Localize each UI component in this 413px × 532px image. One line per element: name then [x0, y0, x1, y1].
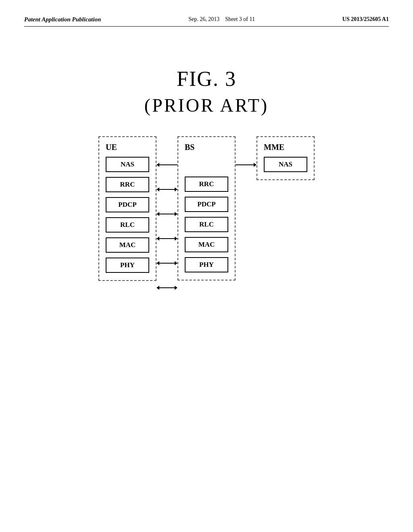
bs-rlc-row: RLC [185, 217, 228, 232]
bs-rlc-box: RLC [185, 217, 228, 232]
conn-mac-empty [236, 253, 257, 273]
conn-mac [156, 253, 177, 273]
bs-mac-row: MAC [185, 237, 228, 252]
mme-column: MME NAS [257, 136, 315, 180]
arrow-line [159, 164, 177, 165]
figure-title-block: FIG. 3 [24, 67, 389, 91]
pdcp-arrow [156, 212, 177, 216]
bs-mac-box: MAC [185, 237, 228, 252]
arrow-line [159, 287, 175, 288]
ue-mac-row: MAC [106, 237, 149, 253]
ue-column: UE NAS RRC PDCP RLC MAC PHY [98, 136, 156, 281]
ue-mac-box: MAC [106, 237, 149, 253]
arrow-right-head [175, 187, 177, 191]
arrow-left-head [156, 237, 159, 241]
figure-number: FIG. 3 [24, 67, 389, 91]
nas-long-arrow-left [156, 163, 177, 167]
rlc-arrow [156, 237, 177, 241]
phy-arrow [156, 286, 177, 290]
arrow-right-head [175, 212, 177, 216]
arrow-right-head [175, 286, 177, 290]
conn-nas-placeholder [156, 155, 177, 175]
ue-nas-row: NAS [106, 157, 149, 172]
conn-rrc [156, 179, 177, 199]
conn-phy-empty [236, 278, 257, 297]
protocol-diagram: UE NAS RRC PDCP RLC MAC PHY [24, 136, 389, 297]
ue-pdcp-row: PDCP [106, 197, 149, 212]
ue-rlc-box: RLC [106, 217, 149, 233]
arrow-right-head [175, 261, 177, 265]
mac-arrow [156, 261, 177, 265]
nas-mme-arrow [236, 163, 257, 167]
bs-mme-connectors [236, 136, 257, 297]
bs-phy-box: PHY [185, 257, 228, 272]
publication-date: Sep. 26, 2013 [188, 16, 219, 22]
sheet-info: Sheet 3 of 11 [225, 16, 255, 22]
conn-rlc [156, 229, 177, 248]
arrow-line [159, 214, 175, 214]
ue-rlc-row: RLC [106, 217, 149, 233]
bs-pdcp-row: PDCP [185, 197, 228, 212]
mme-nas-row: NAS [264, 157, 307, 172]
arrow-line [236, 164, 254, 165]
arrow-right-head [254, 163, 257, 167]
bs-nas-spacer [185, 157, 228, 172]
ue-phy-row: PHY [106, 258, 149, 273]
arrow-left-head [156, 286, 159, 290]
arrow-left-head [156, 212, 159, 216]
arrow-left-head [156, 261, 159, 265]
patent-number: US 2013/252605 A1 [342, 16, 389, 23]
arrow-left-head [156, 163, 159, 167]
ue-pdcp-box: PDCP [106, 197, 149, 212]
page-header: Patent Application Publication Sep. 26, … [24, 16, 389, 27]
bs-phy-row: PHY [185, 257, 228, 272]
diagram-container: UE NAS RRC PDCP RLC MAC PHY [24, 136, 389, 297]
conn-phy [156, 278, 177, 297]
page: Patent Application Publication Sep. 26, … [0, 0, 413, 532]
conn-pdcp [156, 204, 177, 224]
conn-pdcp-empty [236, 204, 257, 224]
arrow-line [159, 189, 175, 190]
rrc-arrow [156, 187, 177, 191]
arrow-left-head [156, 187, 159, 191]
mme-nas-box: NAS [264, 157, 307, 172]
ue-bs-connectors [156, 136, 177, 297]
ue-rrc-row: RRC [106, 177, 149, 192]
figure-subtitle: (PRIOR ART) [24, 95, 389, 116]
conn-rrc-empty [236, 179, 257, 199]
arrow-line [159, 238, 175, 239]
bs-pdcp-box: PDCP [185, 197, 228, 212]
bs-rrc-row: RRC [185, 177, 228, 192]
publication-label: Patent Application Publication [24, 16, 101, 23]
bs-column: BS RRC PDCP RLC MAC PHY [177, 136, 236, 281]
arrow-right-head [175, 237, 177, 241]
bs-label: BS [185, 143, 228, 152]
mme-label: MME [264, 143, 307, 152]
ue-nas-box: NAS [106, 157, 149, 172]
conn-rlc-empty [236, 229, 257, 248]
ue-phy-box: PHY [106, 258, 149, 273]
conn-nas-mme [236, 155, 257, 175]
ue-label: UE [106, 143, 149, 152]
arrow-line [159, 263, 175, 264]
header-date-sheet: Sep. 26, 2013 Sheet 3 of 11 [188, 16, 255, 23]
ue-rrc-box: RRC [106, 177, 149, 192]
bs-rrc-box: RRC [185, 177, 228, 192]
